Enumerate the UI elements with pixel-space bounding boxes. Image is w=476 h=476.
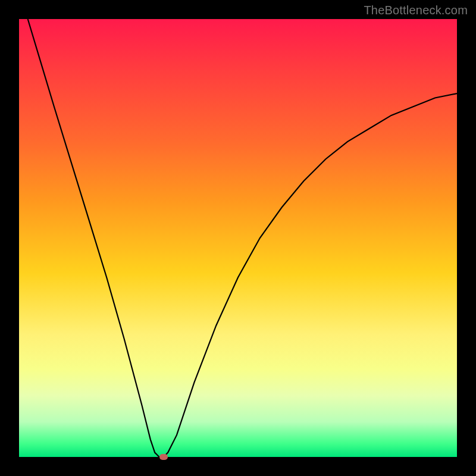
minimum-marker bbox=[159, 454, 168, 460]
curve-path bbox=[28, 19, 457, 457]
watermark-text: TheBottleneck.com bbox=[364, 4, 468, 17]
bottleneck-curve bbox=[19, 19, 457, 457]
plot-area bbox=[19, 19, 457, 457]
chart-frame: TheBottleneck.com bbox=[0, 0, 476, 476]
